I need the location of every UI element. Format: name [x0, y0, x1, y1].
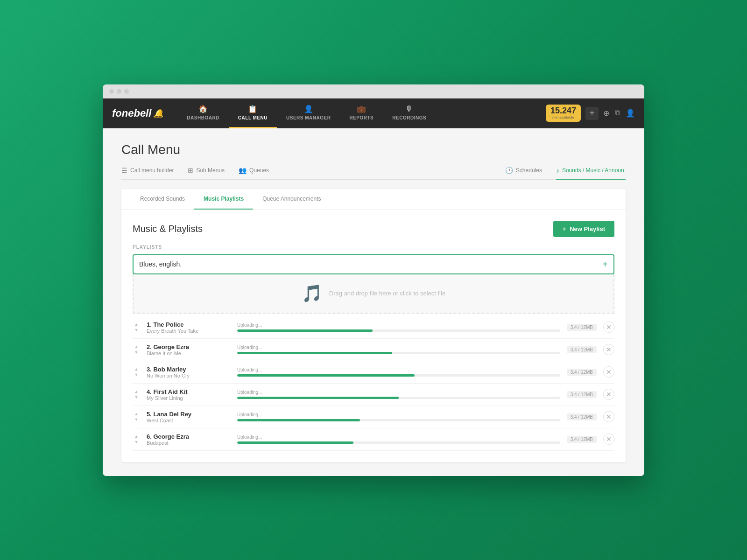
upload-label: Uploading... — [237, 345, 560, 350]
drop-zone[interactable]: 🎵 Drag and drop file here or click to se… — [133, 274, 614, 314]
track-song: West Coast — [147, 418, 231, 423]
track-song: No Woman No Cry — [147, 373, 231, 378]
nav-items: 🏠 DASHBOARD 📋 CALL MENU 👤 USERS MANAGER … — [177, 98, 546, 128]
sub-nav-label-call-menu-builder: Call menu builder — [130, 167, 174, 174]
progress-bar — [237, 374, 560, 377]
browser-window: fonebell 🔔 🏠 DASHBOARD 📋 CALL MENU 👤 USE… — [103, 84, 644, 476]
nav-item-call-menu[interactable]: 📋 CALL MENU — [229, 98, 277, 128]
sub-nav-queues[interactable]: 👥 Queues — [239, 167, 269, 180]
nav-label-users-manager: USERS MANAGER — [286, 115, 331, 120]
music-file-icon: 🎵 — [302, 284, 323, 303]
drag-handle[interactable]: ▲ ▼ — [133, 344, 140, 355]
track-size-badge: 3.4 / 12MB — [567, 346, 597, 353]
sub-menus-icon: ⊞ — [188, 167, 193, 174]
playlist-input-row: + — [133, 254, 614, 274]
playlist-add-button[interactable]: + — [602, 259, 608, 270]
nav-label-dashboard: DASHBOARD — [187, 115, 219, 120]
tab-recorded-sounds[interactable]: Recorded Sounds — [131, 189, 194, 210]
playlist-name-input[interactable] — [139, 260, 602, 268]
users-manager-icon: 👤 — [304, 105, 314, 113]
track-info: 6. George Ezra Budapest — [147, 433, 231, 446]
drag-handle[interactable]: ▲ ▼ — [133, 322, 140, 332]
nav-plus-button[interactable]: + — [585, 107, 599, 120]
nav-item-recordings[interactable]: 🎙 RECORDINGS — [383, 98, 436, 128]
progress-fill — [237, 374, 415, 377]
track-size-badge: 3.4 / 12MB — [567, 391, 597, 398]
track-list: ▲ ▼ 1. The Police Every Breath You Take … — [133, 316, 614, 451]
new-playlist-button[interactable]: + New Playlist — [553, 221, 614, 237]
nav-label-reports: REPORTS — [349, 115, 374, 120]
drop-text: Drag and drop file here or click to sele… — [329, 290, 445, 297]
minutes-value: 15.247 — [550, 106, 576, 116]
sub-nav-label-queues: Queues — [249, 167, 269, 174]
progress-fill — [237, 441, 353, 444]
track-delete-button[interactable]: ✕ — [603, 322, 614, 333]
account-icon[interactable]: 👤 — [626, 109, 635, 118]
tab-queue-announcements[interactable]: Queue Announcements — [253, 189, 330, 210]
sub-nav-sounds-music[interactable]: ♪ Sounds / Music / Announ. — [556, 167, 626, 180]
sub-nav-label-sub-menus: Sub Menus — [196, 167, 225, 174]
progress-bar — [237, 441, 560, 444]
nav-item-users-manager[interactable]: 👤 USERS MANAGER — [277, 98, 340, 128]
progress-fill — [237, 397, 399, 399]
tab-music-playlists[interactable]: Music Playlists — [194, 189, 253, 210]
logo[interactable]: fonebell 🔔 — [112, 107, 163, 119]
track-info: 2. George Ezra Blame It on Me — [147, 343, 231, 356]
drag-handle[interactable]: ▲ ▼ — [133, 434, 140, 444]
track-row: ▲ ▼ 3. Bob Marley No Woman No Cry Upload… — [133, 361, 614, 384]
nav-item-reports[interactable]: 💼 REPORTS — [340, 98, 383, 128]
track-upload: Uploading... — [237, 412, 560, 421]
track-row: ▲ ▼ 5. Lana Del Rey West Coast Uploading… — [133, 406, 614, 428]
sub-nav-schedules[interactable]: 🕐 Schedules — [505, 167, 542, 180]
track-delete-button[interactable]: ✕ — [603, 411, 614, 422]
nav-icons: ⊕ ⧉ 👤 — [603, 109, 635, 118]
recordings-icon: 🎙 — [405, 105, 413, 113]
track-delete-button[interactable]: ✕ — [603, 389, 614, 400]
track-artist: 1. The Police — [147, 321, 231, 328]
track-info: 4. First Aid Kit My Silver Lining — [147, 388, 231, 401]
upload-label: Uploading... — [237, 367, 560, 372]
drag-handle[interactable]: ▲ ▼ — [133, 389, 140, 399]
progress-bar — [237, 329, 560, 332]
nav-right: 15.247 min available + ⊕ ⧉ 👤 — [546, 105, 635, 122]
drag-handle[interactable]: ▲ ▼ — [133, 412, 140, 422]
dashboard-icon: 🏠 — [198, 105, 208, 113]
upload-label: Uploading... — [237, 322, 560, 328]
browser-dot-yellow — [117, 89, 121, 94]
sliders-icon[interactable]: ⧉ — [615, 109, 620, 118]
upload-label: Uploading... — [237, 412, 560, 417]
drag-down-icon: ▼ — [134, 440, 139, 444]
drag-down-icon: ▼ — [134, 328, 139, 332]
playlists-label: PLAYLISTS — [133, 245, 614, 250]
drag-up-icon: ▲ — [134, 322, 139, 327]
browser-titlebar — [103, 84, 644, 98]
sounds-music-icon: ♪ — [556, 167, 559, 174]
reports-icon: 💼 — [357, 105, 366, 113]
drag-handle[interactable]: ▲ ▼ — [133, 367, 140, 377]
track-size-badge: 3.4 / 12MB — [567, 413, 597, 420]
sub-nav-call-menu-builder[interactable]: ☰ Call menu builder — [121, 167, 174, 180]
drag-up-icon: ▲ — [134, 367, 139, 371]
minutes-badge: 15.247 min available — [546, 105, 581, 122]
nav-item-dashboard[interactable]: 🏠 DASHBOARD — [177, 98, 229, 128]
track-delete-button[interactable]: ✕ — [603, 434, 614, 445]
panel-title: Music & Playlists — [133, 224, 203, 234]
headset-icon[interactable]: ⊕ — [603, 109, 609, 118]
drag-up-icon: ▲ — [134, 389, 139, 394]
logo-text: fonebell — [112, 107, 151, 119]
minutes-label: min available — [552, 116, 574, 120]
sub-nav-sub-menus[interactable]: ⊞ Sub Menus — [188, 167, 225, 180]
drag-down-icon: ▼ — [134, 372, 139, 377]
track-delete-button[interactable]: ✕ — [603, 366, 614, 378]
track-upload: Uploading... — [237, 322, 560, 332]
call-menu-builder-icon: ☰ — [121, 167, 127, 174]
upload-label: Uploading... — [237, 434, 560, 440]
drag-up-icon: ▲ — [134, 434, 139, 439]
track-artist: 3. Bob Marley — [147, 366, 231, 373]
progress-bar — [237, 419, 560, 421]
track-upload: Uploading... — [237, 367, 560, 377]
drag-up-icon: ▲ — [134, 344, 139, 349]
main-panel: Music & Playlists + New Playlist PLAYLIS… — [121, 210, 626, 462]
track-row: ▲ ▼ 4. First Aid Kit My Silver Lining Up… — [133, 384, 614, 406]
track-delete-button[interactable]: ✕ — [603, 344, 614, 355]
